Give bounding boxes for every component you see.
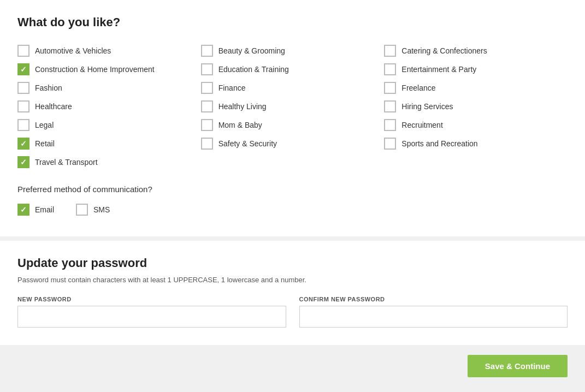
communication-section: Preferred method of communication? ✓Emai… xyxy=(17,185,568,219)
checkbox[interactable] xyxy=(201,45,213,57)
list-item: Healthcare xyxy=(17,97,201,116)
confirm-password-input[interactable] xyxy=(299,306,568,328)
list-item: Automotive & Vehicles xyxy=(17,41,201,60)
comm-title: Preferred method of communication? xyxy=(17,185,568,194)
list-item: Mom & Baby xyxy=(201,116,385,134)
new-password-label: NEW PASSWORD xyxy=(17,296,286,302)
save-continue-button[interactable]: Save & Continue xyxy=(468,355,568,377)
checkbox-label: Sports and Recreation xyxy=(401,139,477,148)
password-title: Update your password xyxy=(17,256,568,270)
list-item: Entertainment & Party xyxy=(384,60,568,79)
list-item: ✓Retail xyxy=(17,134,201,153)
checkbox-label: Automotive & Vehicles xyxy=(35,46,111,55)
checkbox-label: Healthy Living xyxy=(218,102,267,111)
checkbox[interactable] xyxy=(201,63,213,75)
password-hint: Password must contain characters with at… xyxy=(17,276,568,284)
checkbox-label: Hiring Services xyxy=(401,102,453,111)
checkbox-label: Education & Training xyxy=(218,65,289,74)
checkbox-label: Beauty & Grooming xyxy=(218,46,285,55)
list-item: Beauty & Grooming xyxy=(201,41,385,60)
checkbox-label: Recruitment xyxy=(401,121,442,129)
checkbox-label: Freelance xyxy=(401,84,435,92)
likes-section: What do you like? Automotive & Vehicles✓… xyxy=(0,0,585,236)
password-fields: NEW PASSWORD CONFIRM NEW PASSWORD xyxy=(17,296,568,328)
confirm-password-group: CONFIRM NEW PASSWORD xyxy=(299,296,568,328)
checkbox-label: Travel & Transport xyxy=(35,158,98,167)
categories-grid: Automotive & Vehicles✓Construction & Hom… xyxy=(17,41,568,171)
list-item: Healthy Living xyxy=(201,97,385,116)
confirm-password-label: CONFIRM NEW PASSWORD xyxy=(299,296,568,302)
checkbox[interactable] xyxy=(17,119,29,131)
checkbox-label: Construction & Home Improvement xyxy=(35,65,155,74)
checkbox[interactable] xyxy=(384,138,396,150)
checkbox-label: Safety & Security xyxy=(218,139,277,148)
list-item: Sports and Recreation xyxy=(384,134,568,153)
comm-checkbox[interactable]: ✓ xyxy=(17,204,29,216)
checkbox[interactable]: ✓ xyxy=(17,138,29,150)
list-item: ✓Travel & Transport xyxy=(17,153,201,171)
new-password-group: NEW PASSWORD xyxy=(17,296,286,328)
list-item: Finance xyxy=(201,79,385,97)
list-item: Hiring Services xyxy=(384,97,568,116)
checkbox[interactable]: ✓ xyxy=(17,156,29,168)
checkbox[interactable] xyxy=(201,119,213,131)
checkbox-label: Entertainment & Party xyxy=(401,65,476,74)
comm-options: ✓EmailSMS xyxy=(17,200,568,219)
list-item: Safety & Security xyxy=(201,134,385,153)
checkbox[interactable] xyxy=(384,63,396,75)
checkbox-label: Legal xyxy=(35,121,54,129)
checkbox[interactable] xyxy=(201,82,213,94)
checkbox[interactable] xyxy=(17,45,29,57)
category-col-3: Catering & ConfectionersEntertainment & … xyxy=(384,41,568,171)
checkbox-label: Retail xyxy=(35,139,55,148)
checkbox[interactable]: ✓ xyxy=(17,63,29,75)
list-item: Freelance xyxy=(384,79,568,97)
checkbox[interactable] xyxy=(384,82,396,94)
password-section: Update your password Password must conta… xyxy=(0,241,585,345)
likes-title: What do you like? xyxy=(17,15,568,29)
list-item: Catering & Confectioners xyxy=(384,41,568,60)
checkbox[interactable] xyxy=(17,82,29,94)
comm-label: SMS xyxy=(93,205,110,214)
checkbox[interactable] xyxy=(201,100,213,112)
footer-bar: Save & Continue xyxy=(0,345,585,387)
list-item: ✓Construction & Home Improvement xyxy=(17,60,201,79)
checkbox[interactable] xyxy=(17,100,29,112)
list-item: Recruitment xyxy=(384,116,568,134)
checkbox[interactable] xyxy=(384,119,396,131)
comm-option: SMS xyxy=(76,200,110,219)
checkbox-label: Mom & Baby xyxy=(218,121,262,129)
category-col-1: Automotive & Vehicles✓Construction & Hom… xyxy=(17,41,201,171)
checkbox[interactable] xyxy=(384,45,396,57)
checkbox-label: Fashion xyxy=(35,84,62,92)
list-item: Education & Training xyxy=(201,60,385,79)
checkbox-label: Finance xyxy=(218,84,246,92)
comm-checkbox[interactable] xyxy=(76,204,88,216)
checkbox[interactable] xyxy=(201,138,213,150)
checkbox-label: Catering & Confectioners xyxy=(401,46,487,55)
comm-label: Email xyxy=(35,205,54,214)
checkbox-label: Healthcare xyxy=(35,102,72,111)
comm-option: ✓Email xyxy=(17,200,54,219)
category-col-2: Beauty & GroomingEducation & TrainingFin… xyxy=(201,41,385,171)
checkbox[interactable] xyxy=(384,100,396,112)
list-item: Fashion xyxy=(17,79,201,97)
list-item: Legal xyxy=(17,116,201,134)
new-password-input[interactable] xyxy=(17,306,286,328)
